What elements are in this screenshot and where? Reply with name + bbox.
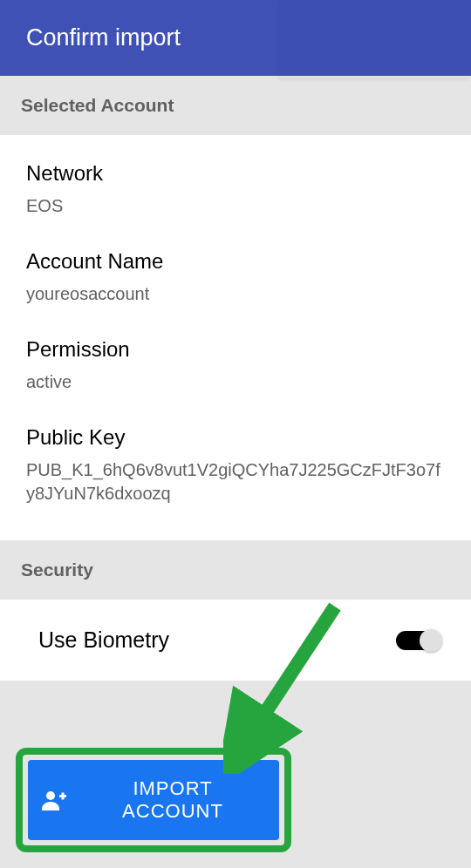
field-account-name: Account Name youreosaccount — [26, 249, 445, 306]
toggle-thumb — [420, 629, 442, 652]
field-permission-value: active — [26, 370, 445, 394]
section-header-security: Security — [0, 540, 471, 600]
field-account-name-value: youreosaccount — [26, 282, 445, 306]
field-public-key-value: PUB_K1_6hQ6v8vut1V2giQCYha7J225GCzFJtF3o… — [26, 458, 445, 505]
bottom-action-area: IMPORT ACCOUNT — [0, 732, 471, 868]
add-user-icon — [42, 790, 66, 810]
field-network-label: Network — [26, 161, 445, 186]
app-header: Confirm import — [0, 0, 471, 76]
tutorial-highlight: IMPORT ACCOUNT — [16, 748, 291, 852]
section-header-account: Selected Account — [0, 76, 471, 135]
field-network-value: EOS — [26, 194, 445, 218]
field-public-key-label: Public Key — [26, 425, 445, 450]
import-account-button[interactable]: IMPORT ACCOUNT — [28, 760, 279, 840]
page-title: Confirm import — [26, 24, 181, 51]
svg-rect-2 — [62, 793, 65, 800]
import-button-label: IMPORT ACCOUNT — [80, 777, 265, 823]
biometry-toggle[interactable] — [396, 631, 440, 650]
svg-point-0 — [46, 791, 55, 800]
header-overlay — [279, 0, 471, 78]
account-details-card: Network EOS Account Name youreosaccount … — [0, 135, 471, 540]
field-network: Network EOS — [26, 161, 445, 218]
biometry-label: Use Biometry — [38, 627, 169, 653]
field-account-name-label: Account Name — [26, 249, 445, 274]
field-permission-label: Permission — [26, 337, 445, 362]
field-public-key: Public Key PUB_K1_6hQ6v8vut1V2giQCYha7J2… — [26, 425, 445, 505]
biometry-row: Use Biometry — [0, 600, 471, 681]
field-permission: Permission active — [26, 337, 445, 394]
